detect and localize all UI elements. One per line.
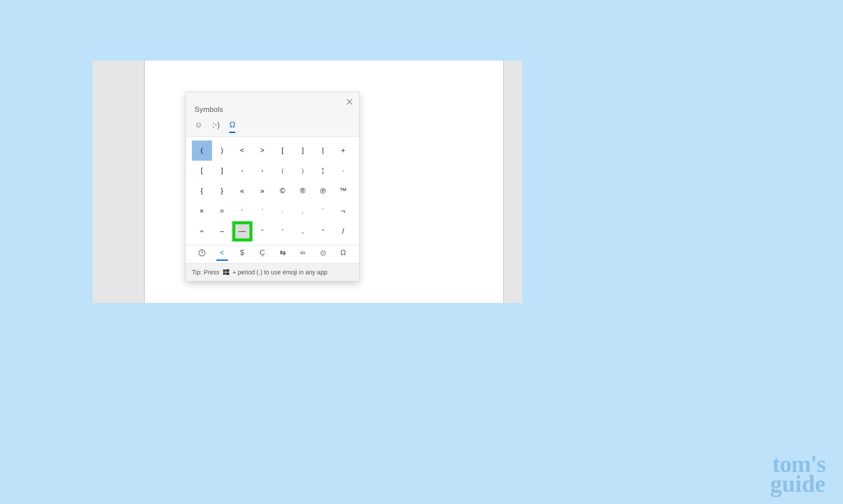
symbol-cell[interactable]: ( <box>192 140 212 161</box>
tip-suffix: + period (.) to use emoji in any app <box>233 269 328 276</box>
symbol-cell[interactable]: ™ <box>333 181 353 201</box>
symbol-cell[interactable]: · <box>273 201 293 221</box>
tab-emoji[interactable]: ☺ <box>195 120 202 131</box>
symbol-cell[interactable]: ’ <box>252 201 273 221</box>
symbol-cell[interactable]: ‹ <box>232 161 252 181</box>
symbol-category-row: <$Ç⇆∞⊙Ω <box>186 245 359 263</box>
category-recent[interactable] <box>192 245 212 260</box>
category-math[interactable]: ∞ <box>293 245 313 260</box>
watermark-logo: tom's guide <box>770 454 825 493</box>
svg-rect-8 <box>226 273 229 275</box>
symbol-cell[interactable]: „ <box>293 221 313 241</box>
symbol-cell[interactable]: – <box>212 221 232 241</box>
close-button[interactable] <box>344 97 355 107</box>
tip-prefix: Tip: Press <box>192 269 220 276</box>
symbol-cell[interactable]: ® <box>293 181 313 201</box>
tab-kaomoji[interactable]: ;-) <box>212 120 220 131</box>
symbol-cell[interactable]: + <box>333 140 353 161</box>
emoji-symbols-panel: Symbols ☺;-)Ω ()<>[]|+[]‹›()¦-{}«»©®℗™×=… <box>185 92 360 281</box>
svg-rect-6 <box>226 269 229 272</box>
symbol-cell[interactable]: ¬ <box>333 201 353 221</box>
tip-bar: Tip: Press + period (.) to use emoji in … <box>186 263 359 281</box>
symbol-cell[interactable]: ) <box>293 161 313 181</box>
page-right-edge <box>503 61 504 303</box>
symbol-grid-area: ()<>[]|+[]‹›()¦-{}«»©®℗™×=‘’·,`¬÷–—“”„‟/ <box>186 137 359 245</box>
symbol-cell[interactable]: × <box>192 201 212 221</box>
symbol-cell[interactable]: ¦ <box>313 161 333 181</box>
category-punct[interactable]: < <box>212 245 232 260</box>
close-icon <box>346 99 353 105</box>
symbol-cell[interactable]: ` <box>313 201 333 221</box>
symbol-grid: ()<>[]|+[]‹›()¦-{}«»©®℗™×=‘’·,`¬÷–—“”„‟/ <box>189 140 356 241</box>
watermark-line2: guide <box>770 474 825 493</box>
symbol-cell[interactable]: ) <box>212 140 232 161</box>
symbol-cell[interactable]: [ <box>273 140 293 161</box>
symbol-cell[interactable]: | <box>313 140 333 161</box>
panel-header: Symbols <box>186 92 359 117</box>
symbol-cell[interactable]: — <box>232 221 252 241</box>
symbol-cell[interactable]: ÷ <box>192 221 212 241</box>
symbol-cell[interactable]: ] <box>293 140 313 161</box>
symbol-cell[interactable]: > <box>252 140 273 161</box>
category-arrows[interactable]: ⇆ <box>273 245 293 260</box>
symbol-cell[interactable]: » <box>252 181 273 201</box>
symbol-cell[interactable]: ‘ <box>232 201 252 221</box>
symbol-cell[interactable]: [ <box>192 161 212 181</box>
symbol-cell[interactable]: ℗ <box>313 181 333 201</box>
symbol-cell[interactable]: { <box>192 181 212 201</box>
svg-rect-7 <box>223 273 226 275</box>
symbol-cell[interactable]: ‟ <box>313 221 333 241</box>
symbol-cell[interactable]: < <box>232 140 252 161</box>
document-screenshot: Symbols ☺;-)Ω ()<>[]|+[]‹›()¦-{}«»©®℗™×=… <box>93 61 522 303</box>
svg-rect-5 <box>223 270 226 272</box>
tab-symbols[interactable]: Ω <box>229 120 235 131</box>
category-lang[interactable]: Ω <box>333 245 353 260</box>
symbol-cell[interactable]: › <box>252 161 273 181</box>
symbol-cell[interactable]: = <box>212 201 232 221</box>
symbol-cell[interactable]: « <box>232 181 252 201</box>
symbol-cell[interactable]: - <box>333 161 353 181</box>
symbol-cell[interactable]: “ <box>252 221 273 241</box>
windows-key-icon <box>223 269 229 275</box>
symbol-cell[interactable]: © <box>273 181 293 201</box>
symbol-cell[interactable]: / <box>333 221 353 241</box>
panel-tabs: ☺;-)Ω <box>186 117 359 137</box>
category-geom[interactable]: ⊙ <box>313 245 333 260</box>
symbol-cell[interactable]: , <box>293 201 313 221</box>
clock-icon <box>198 249 206 257</box>
category-currency[interactable]: $ <box>232 245 252 260</box>
symbol-cell[interactable]: ] <box>212 161 232 181</box>
symbol-cell[interactable]: } <box>212 181 232 201</box>
symbol-cell[interactable]: ( <box>273 161 293 181</box>
panel-title: Symbols <box>195 105 350 114</box>
symbol-cell[interactable]: ” <box>273 221 293 241</box>
category-latin[interactable]: Ç <box>252 245 273 260</box>
